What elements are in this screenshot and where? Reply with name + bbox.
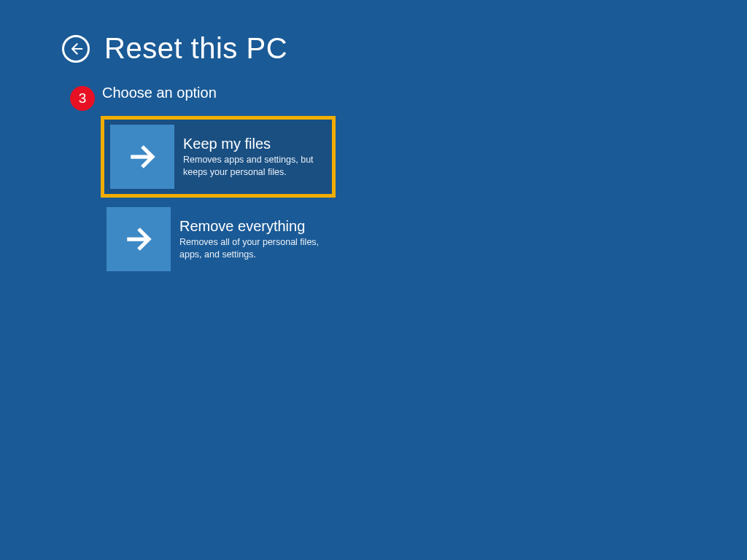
- page-title: Reset this PC: [104, 32, 287, 65]
- option-description: Removes apps and settings, but keeps you…: [183, 154, 323, 178]
- back-button[interactable]: [62, 35, 90, 63]
- option-text: Remove everything Removes all of your pe…: [179, 218, 334, 260]
- option-keep-my-files[interactable]: Keep my files Removes apps and settings,…: [102, 117, 334, 196]
- option-text: Keep my files Removes apps and settings,…: [183, 136, 332, 178]
- option-tile: [110, 125, 174, 189]
- back-arrow-icon: [69, 42, 83, 56]
- annotation-step-badge: 3: [70, 86, 95, 111]
- annotation-number: 3: [79, 90, 87, 106]
- subtitle: Choose an option: [102, 85, 217, 101]
- option-description: Removes all of your personal files, apps…: [179, 236, 325, 260]
- option-tile: [107, 207, 171, 271]
- arrow-right-icon: [127, 141, 158, 172]
- option-title: Keep my files: [183, 136, 323, 152]
- option-title: Remove everything: [179, 218, 325, 235]
- header: Reset this PC: [62, 32, 287, 65]
- arrow-right-icon: [123, 224, 154, 254]
- option-remove-everything[interactable]: Remove everything Removes all of your pe…: [102, 206, 334, 272]
